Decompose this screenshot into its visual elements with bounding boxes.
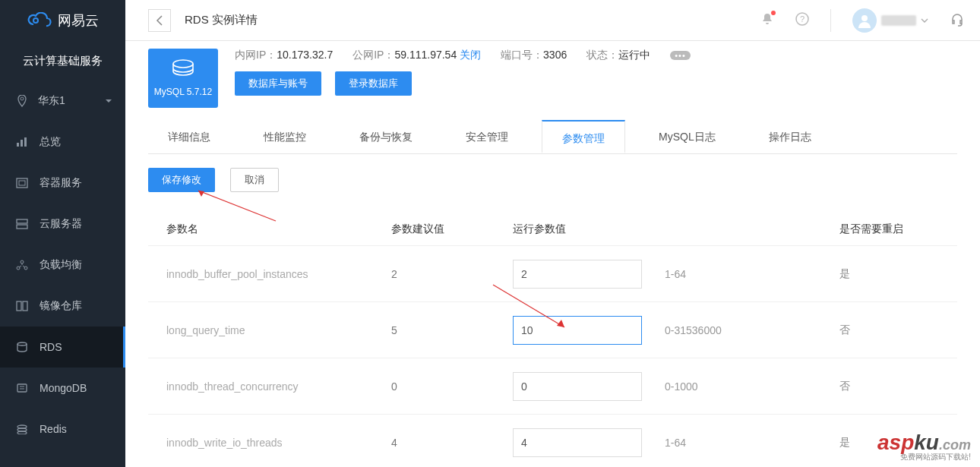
user-menu[interactable] — [852, 8, 928, 33]
top-right-tools: ? — [760, 8, 965, 33]
param-row: long_query_time50-31536000否 — [148, 301, 957, 358]
page-title: RDS 实例详情 — [185, 13, 258, 27]
sidebar-item-container[interactable]: 容器服务 — [0, 163, 125, 204]
help-button[interactable]: ? — [795, 12, 809, 29]
action-row: 保存修改 取消 — [148, 168, 957, 192]
param-input[interactable] — [513, 260, 642, 289]
overview-icon — [15, 137, 29, 147]
svg-rect-7 — [24, 137, 27, 147]
back-button[interactable] — [148, 9, 171, 32]
sidebar-item-server[interactable]: 云服务器 — [0, 204, 125, 245]
redis-icon — [15, 424, 29, 434]
sidebar-title: 云计算基础服务 — [0, 41, 125, 80]
svg-point-12 — [21, 260, 24, 263]
svg-point-17 — [17, 342, 27, 346]
sidebar-item-label: RDS — [40, 341, 62, 353]
svg-rect-15 — [17, 301, 21, 311]
param-rec: 5 — [391, 324, 513, 336]
param-row: innodb_buffer_pool_instances21-64是 — [148, 245, 957, 301]
tab-5[interactable]: MySQL日志 — [639, 120, 735, 153]
sidebar-item-redis[interactable]: Redis — [0, 409, 125, 450]
caret-down-icon — [106, 98, 112, 104]
server-icon — [15, 219, 29, 229]
param-name: innodb_buffer_pool_instances — [148, 268, 391, 280]
chevron-left-icon — [156, 15, 163, 26]
svg-rect-9 — [19, 181, 25, 185]
close-public-ip[interactable]: 关闭 — [460, 49, 481, 61]
db-engine-badge: MySQL 5.7.12 — [148, 49, 218, 108]
sidebar-item-rds[interactable]: RDS — [0, 327, 125, 368]
sidebar-item-image[interactable]: 镜像仓库 — [0, 286, 125, 327]
engine-label: MySQL 5.7.12 — [154, 87, 212, 97]
sidebar-item-mongo[interactable]: MongoDB — [0, 368, 125, 409]
sidebar-item-label: Redis — [40, 423, 67, 435]
svg-rect-6 — [21, 140, 23, 147]
separator — [830, 9, 831, 32]
support-headset[interactable] — [950, 11, 965, 30]
param-range: 1-64 — [665, 437, 839, 449]
tabs: 详细信息性能监控备份与恢复安全管理参数管理MySQL日志操作日志 — [148, 120, 957, 154]
svg-point-22 — [173, 60, 193, 68]
tab-1[interactable]: 性能监控 — [244, 120, 326, 153]
param-row: innodb_thread_concurrency00-1000否 — [148, 358, 957, 414]
avatar — [852, 8, 877, 33]
param-restart: 否 — [839, 380, 915, 393]
param-range: 0-1000 — [665, 380, 839, 393]
help-icon: ? — [795, 12, 809, 26]
top-header: 网易云 RDS 实例详情 ? — [0, 0, 980, 41]
svg-rect-16 — [23, 301, 27, 311]
param-input[interactable] — [513, 428, 642, 457]
sidebar-item-lb[interactable]: 负载均衡 — [0, 245, 125, 286]
svg-rect-18 — [17, 384, 27, 392]
region-selector[interactable]: 华东1 — [0, 80, 125, 121]
svg-text:?: ? — [800, 14, 805, 24]
tab-2[interactable]: 备份与恢复 — [340, 120, 432, 153]
login-db-button[interactable]: 登录数据库 — [335, 71, 412, 96]
sidebar-item-label: 容器服务 — [40, 176, 82, 190]
col-rec-value: 参数建议值 — [391, 222, 513, 236]
col-run-value: 运行参数值 — [513, 222, 665, 236]
brand-logo[interactable]: 网易云 — [0, 0, 125, 41]
param-restart: 是 — [839, 267, 915, 281]
notification-bell[interactable] — [760, 12, 774, 29]
svg-point-0 — [33, 18, 38, 23]
param-input[interactable] — [513, 316, 642, 345]
db-account-button[interactable]: 数据库与账号 — [235, 71, 321, 96]
sidebar-item-label: 负载均衡 — [40, 258, 82, 272]
save-button[interactable]: 保存修改 — [148, 168, 215, 192]
tab-0[interactable]: 详细信息 — [148, 120, 230, 153]
more-actions[interactable]: ••• — [670, 51, 691, 60]
tab-3[interactable]: 安全管理 — [446, 120, 528, 153]
database-icon — [170, 59, 196, 82]
param-name: long_query_time — [148, 324, 391, 336]
lb-icon — [15, 260, 29, 270]
tab-4[interactable]: 参数管理 — [542, 120, 625, 153]
param-range: 1-64 — [665, 268, 839, 280]
param-name: innodb_thread_concurrency — [148, 380, 391, 393]
status: 运行中 — [618, 49, 650, 61]
param-range: 0-31536000 — [665, 324, 839, 336]
svg-rect-8 — [17, 178, 27, 188]
rds-icon — [15, 342, 29, 352]
sidebar-item-label: 镜像仓库 — [40, 299, 82, 313]
brand-name: 网易云 — [58, 11, 99, 30]
sidebar-item-label: 总览 — [40, 135, 61, 149]
svg-rect-10 — [17, 219, 27, 223]
mongo-icon — [15, 383, 29, 393]
image-icon — [15, 301, 29, 311]
instance-header: MySQL 5.7.12 内网IP：10.173.32.7 公网IP：59.11… — [148, 49, 957, 108]
sidebar-item-overview[interactable]: 总览 — [0, 121, 125, 163]
col-restart: 是否需要重启 — [839, 222, 915, 236]
col-param-name: 参数名 — [148, 222, 391, 236]
param-rec: 4 — [391, 437, 513, 449]
tab-6[interactable]: 操作日志 — [749, 120, 831, 153]
svg-rect-11 — [17, 225, 27, 229]
table-header: 参数名 参数建议值 运行参数值 是否需要重启 — [148, 213, 957, 245]
param-restart: 否 — [839, 323, 915, 337]
cancel-button[interactable]: 取消 — [230, 168, 279, 192]
param-input[interactable] — [513, 372, 642, 401]
notification-dot — [771, 11, 776, 15]
svg-point-21 — [17, 431, 27, 434]
location-icon — [15, 95, 29, 107]
sidebar-item-label: 云服务器 — [40, 217, 82, 231]
